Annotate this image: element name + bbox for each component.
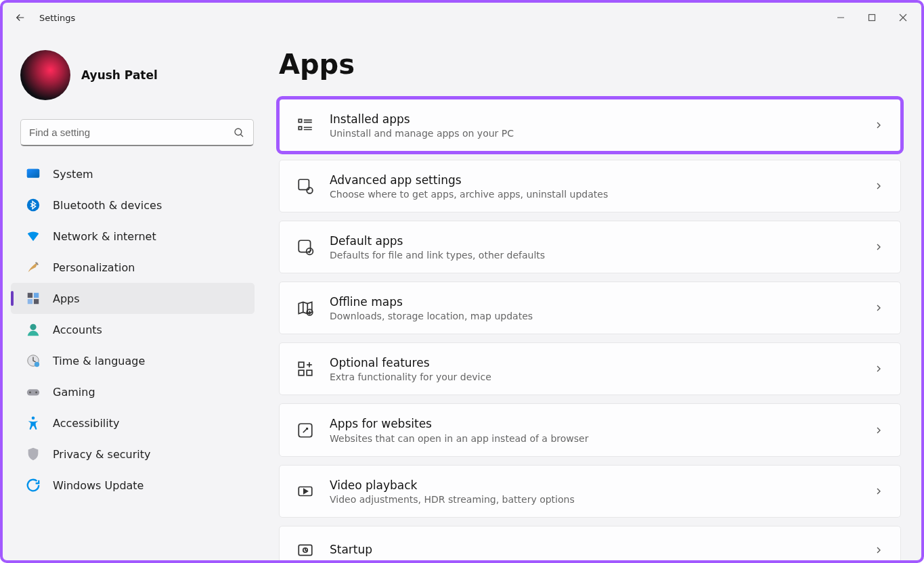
sidebar-item-apps[interactable]: Apps — [11, 283, 255, 314]
card-startup[interactable]: Startup — [279, 526, 901, 560]
maximize-icon — [868, 14, 876, 22]
sidebar-item-accounts[interactable]: Accounts — [11, 314, 255, 345]
card-installed-apps[interactable]: Installed apps Uninstall and manage apps… — [279, 99, 901, 152]
chevron-right-icon — [873, 120, 884, 131]
svg-point-18 — [35, 392, 37, 394]
sidebar-item-bluetooth[interactable]: Bluetooth & devices — [11, 189, 255, 221]
card-title: Offline maps — [330, 294, 533, 309]
svg-rect-16 — [27, 389, 39, 395]
svg-point-13 — [30, 324, 36, 330]
avatar — [20, 50, 70, 100]
grid-plus-icon — [296, 359, 315, 378]
chevron-right-icon — [873, 545, 884, 556]
card-title: Advanced app settings — [330, 173, 608, 187]
card-optional-features[interactable]: Optional features Extra functionality fo… — [279, 342, 901, 395]
card-subtitle: Extra functionality for your device — [330, 371, 491, 382]
sidebar-item-label: Time & language — [53, 355, 145, 367]
clock-globe-icon — [26, 353, 41, 368]
bluetooth-icon — [26, 198, 41, 212]
settings-cards: Installed apps Uninstall and manage apps… — [279, 99, 901, 560]
sidebar-item-gaming[interactable]: Gaming — [11, 376, 255, 407]
nav: System Bluetooth & devices Network & int… — [3, 158, 267, 501]
sidebar-item-label: Network & internet — [53, 230, 156, 243]
card-title: Installed apps — [330, 112, 514, 127]
map-icon — [296, 298, 315, 317]
svg-line-5 — [240, 134, 243, 137]
svg-rect-12 — [34, 299, 39, 304]
profile-section[interactable]: Ayush Patel — [3, 43, 267, 114]
svg-point-19 — [32, 416, 35, 420]
svg-rect-11 — [28, 299, 32, 304]
card-video-playback[interactable]: Video playback Video adjustments, HDR st… — [279, 465, 901, 518]
card-offline-maps[interactable]: Offline maps Downloads, storage location… — [279, 282, 901, 334]
back-button[interactable] — [5, 3, 35, 32]
search-box[interactable] — [20, 119, 254, 146]
chevron-right-icon — [873, 363, 884, 374]
wifi-icon — [26, 229, 41, 244]
close-icon — [899, 14, 907, 22]
sidebar-item-label: Accessibility — [53, 417, 119, 430]
search-input[interactable] — [29, 127, 233, 138]
card-advanced-app-settings[interactable]: Advanced app settings Choose where to ge… — [279, 160, 901, 212]
list-icon — [296, 116, 315, 135]
chevron-right-icon — [873, 425, 884, 436]
sidebar-item-label: Bluetooth & devices — [53, 199, 162, 212]
card-title: Optional features — [330, 355, 491, 370]
svg-point-17 — [29, 392, 31, 394]
sidebar-item-network[interactable]: Network & internet — [11, 221, 255, 252]
svg-rect-33 — [307, 371, 312, 376]
default-apps-icon — [296, 238, 315, 256]
app-gear-icon — [296, 177, 315, 196]
sidebar-item-label: Gaming — [53, 386, 95, 399]
card-apps-for-websites[interactable]: Apps for websites Websites that can open… — [279, 403, 901, 456]
close-button[interactable] — [887, 7, 919, 28]
startup-icon — [296, 541, 315, 560]
card-subtitle: Uninstall and manage apps on your PC — [330, 128, 514, 139]
shield-icon — [26, 447, 41, 461]
chevron-right-icon — [873, 181, 884, 192]
svg-point-4 — [235, 129, 242, 135]
sidebar-item-windows-update[interactable]: Windows Update — [11, 470, 255, 501]
sidebar-item-label: Apps — [53, 292, 80, 305]
gamepad-icon — [26, 384, 41, 399]
user-name: Ayush Patel — [81, 68, 158, 82]
svg-rect-20 — [299, 119, 301, 122]
svg-point-27 — [307, 187, 313, 194]
svg-rect-32 — [299, 371, 304, 376]
search-icon — [233, 127, 245, 139]
svg-rect-23 — [299, 127, 301, 129]
chevron-right-icon — [873, 302, 884, 313]
minimize-button[interactable] — [825, 7, 856, 28]
video-icon — [296, 482, 315, 501]
paintbrush-icon — [26, 260, 41, 275]
minimize-icon — [837, 14, 845, 22]
person-icon — [26, 322, 41, 337]
apps-icon — [26, 291, 41, 306]
svg-rect-31 — [299, 363, 304, 368]
chevron-right-icon — [873, 242, 884, 252]
page-title: Apps — [279, 49, 901, 80]
sidebar-item-accessibility[interactable]: Accessibility — [11, 407, 255, 438]
card-subtitle: Defaults for file and link types, other … — [330, 250, 545, 261]
update-icon — [26, 478, 41, 493]
sidebar: Ayush Patel System Bluetooth & devices — [3, 32, 267, 560]
card-title: Video playback — [330, 478, 575, 493]
monitor-icon — [26, 166, 41, 181]
svg-rect-7 — [27, 169, 39, 178]
card-subtitle: Websites that can open in an app instead… — [330, 433, 588, 444]
accessibility-icon — [26, 415, 41, 430]
card-title: Default apps — [330, 233, 545, 248]
sidebar-item-privacy-security[interactable]: Privacy & security — [11, 438, 255, 470]
sidebar-item-system[interactable]: System — [11, 158, 255, 189]
card-title: Apps for websites — [330, 416, 588, 431]
sidebar-item-label: Privacy & security — [53, 448, 150, 461]
card-subtitle: Video adjustments, HDR streaming, batter… — [330, 494, 575, 505]
card-default-apps[interactable]: Default apps Defaults for file and link … — [279, 221, 901, 273]
sidebar-item-label: Accounts — [53, 323, 102, 336]
sidebar-item-label: Personalization — [53, 261, 135, 274]
sidebar-item-label: Windows Update — [53, 479, 144, 492]
maximize-button[interactable] — [856, 7, 887, 28]
sidebar-item-time-language[interactable]: Time & language — [11, 345, 255, 376]
sidebar-item-personalization[interactable]: Personalization — [11, 252, 255, 283]
app-link-icon — [296, 421, 315, 440]
